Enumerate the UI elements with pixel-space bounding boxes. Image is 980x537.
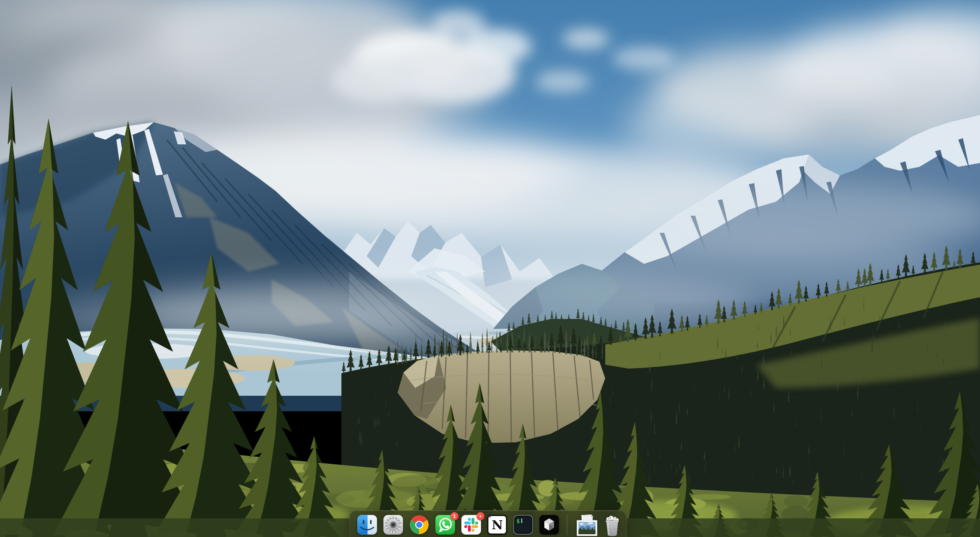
finder-icon <box>357 514 377 535</box>
dock-item-downloads-stack[interactable] <box>576 514 598 535</box>
dock-item-finder[interactable] <box>357 514 377 535</box>
dock-item-system-settings[interactable] <box>383 514 403 535</box>
dock-separator <box>567 515 567 535</box>
dock-item-whatsapp[interactable]: 1 <box>435 514 455 535</box>
trash-full-icon <box>604 515 621 537</box>
svg-text:$: $ <box>516 518 520 525</box>
dock-item-terminal[interactable]: $ <box>513 514 533 535</box>
notification-badge: 1 <box>450 512 459 520</box>
svg-text:N: N <box>492 518 503 532</box>
notification-badge: • <box>476 512 485 520</box>
photo-stack-icon <box>576 514 598 537</box>
dock-item-slack[interactable]: • <box>461 514 481 535</box>
dock-item-chrome[interactable] <box>409 514 429 535</box>
cube-icon <box>539 514 559 535</box>
terminal-icon: $ <box>513 514 533 535</box>
notion-icon: N <box>487 514 507 535</box>
dock-item-notion[interactable]: N <box>487 514 507 535</box>
dock: 1 • N $ <box>350 510 627 537</box>
gear-icon <box>383 514 403 535</box>
dock-item-trash[interactable] <box>604 515 621 536</box>
desktop[interactable]: 1 • N $ <box>0 0 980 537</box>
wallpaper <box>0 0 980 537</box>
chrome-icon <box>409 514 429 535</box>
dock-item-cube-app[interactable] <box>539 514 559 535</box>
